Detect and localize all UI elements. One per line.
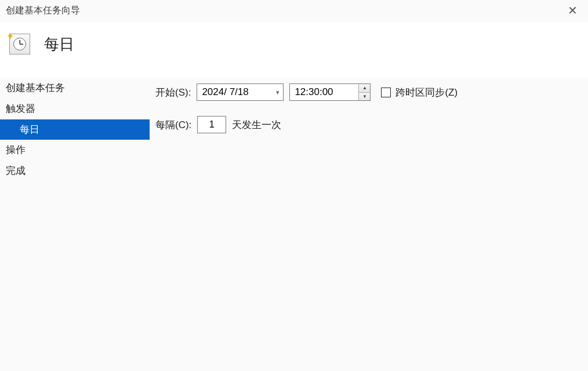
wizard-header: ✦ 每日 <box>0 22 588 78</box>
recur-suffix: 天发生一次 <box>232 118 281 132</box>
spinner-up-icon[interactable]: ▲ <box>359 84 370 93</box>
page-title: 每日 <box>44 34 74 54</box>
start-label: 开始(S): <box>155 86 191 99</box>
wizard-body: 创建基本任务 触发器 每日 操作 完成 开始(S): 2024/ 7/18 ▾ … <box>0 78 588 356</box>
sidebar-item-action[interactable]: 操作 <box>0 140 150 161</box>
time-spinner: ▲ ▼ <box>358 84 370 100</box>
recur-days-value: 1 <box>209 119 215 130</box>
chevron-down-icon: ▾ <box>276 89 280 96</box>
recur-row: 每隔(C): 1 天发生一次 <box>155 116 576 133</box>
recur-days-input[interactable]: 1 <box>197 116 226 133</box>
sync-timezone: 跨时区同步(Z) <box>381 86 458 99</box>
start-time-value: 12:30:00 <box>295 86 333 98</box>
start-time-picker[interactable]: 12:30:00 ▲ ▼ <box>289 83 371 101</box>
start-row: 开始(S): 2024/ 7/18 ▾ 12:30:00 ▲ ▼ 跨时区同步(Z… <box>155 83 576 101</box>
start-date-value: 2024/ 7/18 <box>202 86 248 98</box>
scheduler-icon: ✦ <box>9 34 30 54</box>
sync-timezone-label: 跨时区同步(Z) <box>395 86 458 99</box>
recur-label: 每隔(C): <box>155 118 191 132</box>
window-title: 创建基本任务向导 <box>6 5 80 17</box>
wizard-steps-sidebar: 创建基本任务 触发器 每日 操作 完成 <box>0 78 150 356</box>
sidebar-item-finish[interactable]: 完成 <box>0 161 150 181</box>
spinner-down-icon[interactable]: ▼ <box>359 93 370 101</box>
start-date-picker[interactable]: 2024/ 7/18 ▾ <box>197 83 284 101</box>
step-content: 开始(S): 2024/ 7/18 ▾ 12:30:00 ▲ ▼ 跨时区同步(Z… <box>150 78 588 356</box>
close-icon[interactable]: ✕ <box>564 3 581 17</box>
sidebar-item-create[interactable]: 创建基本任务 <box>0 78 150 99</box>
sidebar-item-daily[interactable]: 每日 <box>0 119 150 140</box>
sync-timezone-checkbox[interactable] <box>381 88 391 97</box>
titlebar: 创建基本任务向导 ✕ <box>0 0 588 22</box>
sidebar-item-trigger[interactable]: 触发器 <box>0 99 150 119</box>
